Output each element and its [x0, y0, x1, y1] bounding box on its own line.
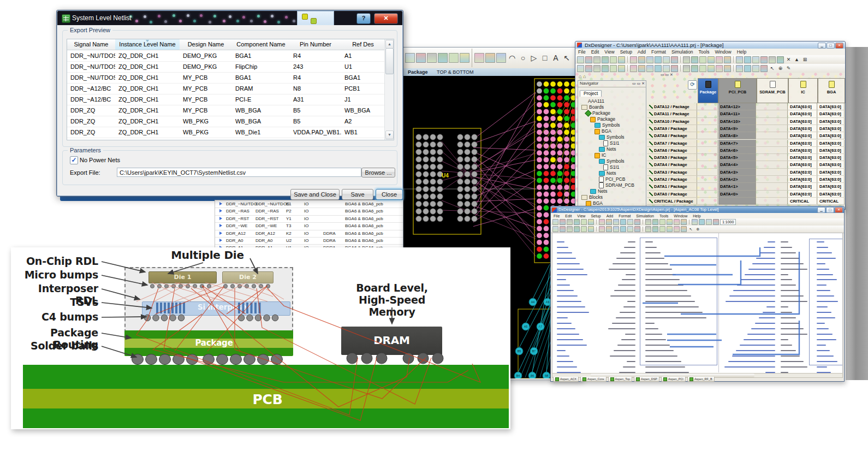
toolbar-icon[interactable] [449, 53, 459, 63]
toolbar-icon[interactable] [618, 56, 625, 63]
sheet-cell-pkg[interactable] [698, 103, 718, 110]
toolbar-icon[interactable] [699, 219, 705, 225]
no-power-nets-checkbox[interactable]: ✓ [70, 156, 78, 164]
menu-help[interactable]: Help [734, 49, 749, 55]
table-row[interactable]: DDR_~A12/BCZQ_DDR_CH1MY_PCBPCI-EA31J1 [67, 94, 385, 105]
toolbar-icon[interactable] [708, 56, 715, 63]
minimize-icon[interactable]: ▁ [818, 43, 826, 49]
toolbar-icon[interactable] [593, 65, 601, 72]
sheet-cell-pkg[interactable] [698, 161, 718, 168]
close-icon[interactable]: ✕ [835, 207, 843, 213]
toolbar-icon[interactable] [659, 226, 665, 232]
sheet-tab-aspen_pci[interactable]: Aspen_PCI [661, 377, 686, 382]
menu-view[interactable]: View [602, 49, 617, 55]
tree-item-aaa111[interactable]: AAA111 [580, 98, 646, 104]
sheet-row-label[interactable]: DATA11 / Package [647, 110, 697, 117]
pin-table-row[interactable]: DDR_~RSTDDR_~RSTY1IOBGA6 & BGA6_pcb [215, 215, 405, 223]
column-header-ref-des[interactable]: Ref Des [341, 39, 385, 50]
sheet-cell-pci[interactable] [718, 198, 756, 205]
table-row[interactable]: DDR_~NU/TDOSZQ_DDR_CH1DEMO_PKGBGA1R4A1 [67, 50, 385, 62]
toolbar-icon[interactable] [581, 219, 587, 225]
sheet-cell-ic[interactable]: CRITICAL [788, 198, 817, 205]
toolbar-icon[interactable]: □ [540, 54, 550, 62]
toolbar-icon[interactable] [552, 226, 558, 232]
toolbar-icon[interactable] [667, 219, 673, 225]
toolbar-icon[interactable] [638, 56, 645, 63]
menu-file[interactable]: File [575, 49, 588, 55]
sheet-row-label[interactable]: DATA12 / Package [647, 103, 697, 110]
sheet-cell-bga[interactable]: DATA[63:0] [818, 125, 845, 132]
scroll-up-icon[interactable]: ▲ [385, 40, 394, 49]
toolbar-icon[interactable] [574, 226, 580, 232]
menu-simulation[interactable]: Simulation [669, 49, 696, 55]
pin-table-row[interactable]: DDR_~RASDDR_~RASP2IOBGA6 & BGA6_pcb [215, 208, 405, 215]
toolbar-icon[interactable] [645, 226, 651, 232]
tree-item-symbols[interactable]: Symbols [580, 122, 646, 128]
sheet-cell-pci[interactable]: DATA<5> [718, 154, 756, 161]
sheet-cell-bga[interactable]: DATA[63:0] [818, 147, 845, 154]
sheet-cell-ic[interactable]: DATA[63:0] [788, 183, 817, 190]
toolbar-icon[interactable] [683, 56, 690, 63]
toolbar-icon[interactable] [634, 219, 640, 225]
tree-item-blocks[interactable]: Blocks [580, 194, 646, 200]
sheet-cell-bga[interactable]: DATA[63:0] [818, 191, 845, 198]
toolbar-icon[interactable] [638, 65, 645, 72]
column-header-signal-name[interactable]: Signal Name [67, 39, 116, 50]
tree-item-nets[interactable]: Nets [580, 188, 646, 194]
sheet-row-label[interactable]: DATA2 / Package [647, 176, 697, 183]
toolbar-icon[interactable] [610, 65, 617, 72]
toolbar-icon[interactable] [627, 226, 633, 232]
sheet-cell-sdram[interactable] [757, 169, 788, 176]
toolbar-icon[interactable] [613, 219, 619, 225]
sheet-cell-pkg[interactable] [698, 118, 718, 125]
zoom-level-combo[interactable]: 1:1000 [720, 219, 736, 225]
toolbar-icon[interactable] [708, 65, 715, 72]
navigator-window-buttons[interactable]: ▭ ▭ ✕ [632, 81, 645, 86]
toolbar-icon[interactable] [405, 53, 415, 63]
sheet-cell-bga[interactable]: DATA[63:0] [818, 132, 845, 139]
sheet-cell-pci[interactable]: DATA<9> [718, 125, 756, 132]
menu-edit[interactable]: Edit [562, 214, 574, 218]
toolbar-icon[interactable] [681, 219, 687, 225]
toolbar-icon[interactable] [427, 53, 437, 63]
sheet-cell-pkg[interactable] [698, 140, 718, 147]
menu-tools[interactable]: Tools [696, 49, 712, 55]
toolbar-icon[interactable] [585, 56, 592, 63]
toolbar-icon[interactable]: ✕ [785, 57, 792, 62]
column-header-pin-number[interactable]: Pin Number [290, 39, 342, 50]
column-header-design-name[interactable]: Design Name [180, 39, 233, 50]
toolbar-icon[interactable] [606, 219, 612, 225]
tree-item-ic[interactable]: IC [580, 152, 646, 158]
sheet-cell-bga[interactable]: CRITICAL [818, 198, 845, 205]
sheet-cell-ic[interactable]: DATA[63:0] [788, 161, 817, 168]
toolbar-icon[interactable] [667, 226, 673, 232]
toolbar-icon[interactable] [627, 219, 633, 225]
scroll-thumb[interactable] [385, 48, 394, 74]
toolbar-icon[interactable]: ↖ [562, 54, 572, 62]
toolbar-icon[interactable] [777, 56, 784, 63]
toolbar-icon[interactable] [724, 65, 731, 72]
toolbar-icon[interactable] [630, 65, 637, 72]
toolbar-icon[interactable] [674, 226, 680, 232]
toolbar-icon[interactable] [646, 65, 653, 72]
sheet-cell-ic[interactable]: DATA[63:0] [788, 103, 817, 110]
menu-file[interactable]: File [551, 214, 562, 218]
toolbar-icon[interactable] [602, 56, 609, 63]
sheet-cell-pkg[interactable] [698, 191, 718, 198]
toolbar-icon[interactable] [552, 219, 558, 225]
toolbar-icon[interactable]: ⊕ [695, 227, 701, 232]
sheet-column-header-package[interactable]: Package [698, 78, 718, 103]
menu-tools[interactable]: Tools [657, 214, 671, 218]
toolbar-icon[interactable] [646, 56, 653, 63]
sheet-cell-sdram[interactable] [757, 132, 788, 139]
minimize-icon[interactable]: ▁ [817, 207, 825, 213]
column-header-component-name[interactable]: Component Name [232, 39, 290, 50]
toolbar-icon[interactable] [671, 56, 678, 63]
menu-add[interactable]: Add [604, 214, 616, 218]
sheet-cell-bga[interactable]: DATA[63:0] [818, 154, 845, 161]
sheet-column-header-sdram_pcb[interactable]: SDRAM_PCB [757, 78, 788, 103]
toolbar-icon[interactable] [460, 53, 469, 63]
toolbar-icon[interactable]: ◠ [507, 54, 517, 62]
menu-format[interactable]: Format [649, 49, 669, 55]
toolbar-icon[interactable] [691, 56, 698, 63]
